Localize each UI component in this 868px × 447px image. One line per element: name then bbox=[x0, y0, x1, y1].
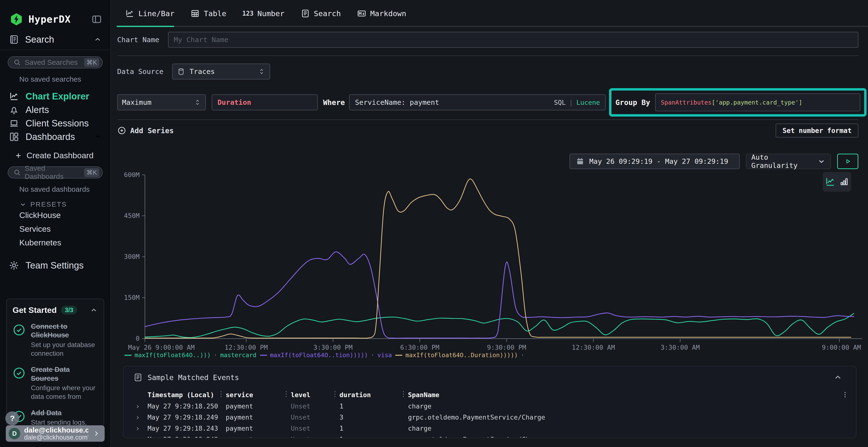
chart-name-field[interactable] bbox=[168, 32, 858, 48]
database-icon bbox=[177, 67, 185, 76]
column-separator[interactable] bbox=[403, 391, 404, 398]
search-icon bbox=[13, 58, 21, 66]
tabs-active-indicator bbox=[117, 26, 174, 27]
column-header-duration[interactable]: duration bbox=[340, 391, 403, 399]
column-header-timestamp[interactable]: Timestamp (Local) bbox=[148, 391, 220, 399]
number-123-icon: 123 bbox=[242, 10, 254, 17]
aggregation-value: Maximum bbox=[122, 98, 151, 106]
lang-divider: | bbox=[569, 99, 573, 106]
collapse-section-icon[interactable] bbox=[833, 373, 842, 382]
metric-field-input[interactable]: Duration bbox=[212, 94, 318, 110]
tab-search[interactable]: Search bbox=[301, 9, 341, 18]
user-email: dale@clickhouse.com bbox=[24, 426, 88, 434]
get-started-item-connect[interactable]: Connect to ClickHouse Set up your databa… bbox=[12, 322, 98, 358]
legend-item-mastercard[interactable]: maxIf(toFloat64O..))) · mastercard bbox=[124, 352, 256, 358]
presets-label: PRESETS bbox=[30, 201, 67, 208]
bar-view-toggle-icon[interactable] bbox=[839, 177, 849, 187]
table-row[interactable]: › May 27 9:29:18.249 AM payment Unset 3 … bbox=[123, 412, 856, 423]
legend-item-unset[interactable]: maxIf(toFloat64O..Duration))))) · bbox=[395, 352, 527, 358]
row-expand-chevron-icon[interactable]: › bbox=[132, 402, 148, 410]
row-expand-chevron-icon[interactable]: › bbox=[132, 413, 148, 421]
chart-name-input[interactable] bbox=[174, 36, 852, 44]
sidebar-item-label: Chart Explorer bbox=[26, 91, 102, 102]
tab-table[interactable]: Table bbox=[190, 9, 226, 18]
preset-kubernetes[interactable]: Kubernetes bbox=[0, 236, 111, 249]
tab-markdown[interactable]: Markdown bbox=[357, 9, 406, 18]
presets-toggle[interactable]: PRESETS bbox=[0, 194, 111, 208]
get-started-item-title: Connect to ClickHouse bbox=[31, 322, 98, 340]
sidebar-item-chart-explorer[interactable]: Chart Explorer bbox=[0, 90, 111, 103]
data-source-select[interactable]: Traces bbox=[172, 64, 270, 79]
main-content: Line/Bar Table 123 Number Search Markdow… bbox=[111, 0, 868, 447]
svg-text:12:30:00 PM: 12:30:00 PM bbox=[225, 344, 268, 351]
journal-icon bbox=[9, 34, 19, 45]
date-range-picker[interactable]: May 26 09:29:19 - May 27 09:29:19 bbox=[569, 153, 740, 169]
create-dashboard-button[interactable]: Create Dashboard bbox=[0, 143, 111, 160]
sidebar-item-team-settings[interactable]: Team Settings bbox=[0, 249, 111, 271]
legend-swatch bbox=[260, 355, 267, 356]
chevron-up-icon bbox=[94, 35, 102, 44]
sample-matched-events-card: Sample Matched Events Timestamp (Local) … bbox=[123, 366, 857, 438]
tab-label: Markdown bbox=[370, 9, 406, 18]
chevron-up-icon bbox=[94, 133, 102, 141]
chevron-right-icon bbox=[92, 429, 100, 438]
chart-legend: maxIf(toFloat64O..))) · mastercard maxIf… bbox=[117, 352, 858, 358]
add-series-button[interactable]: Add Series bbox=[117, 126, 174, 135]
collapse-sidebar-icon[interactable] bbox=[91, 14, 102, 25]
where-input[interactable]: ServiceName: payment SQL | Lucene bbox=[349, 94, 606, 110]
table-options-kebab-icon[interactable] bbox=[841, 391, 856, 399]
preset-clickhouse[interactable]: ClickHouse bbox=[0, 208, 111, 222]
saved-dashboards-placeholder: Saved Dashboards bbox=[25, 164, 81, 181]
timeseries-chart[interactable]: 0150M300M450M600MMay 26 9:00:00 AM12:30:… bbox=[117, 172, 868, 351]
column-header-spanname[interactable]: SpanName bbox=[408, 391, 841, 399]
column-separator[interactable] bbox=[334, 391, 336, 398]
table-row[interactable]: › May 27 9:29:18.243 AM payment Unset 1 … bbox=[123, 423, 856, 434]
chevron-up-icon[interactable] bbox=[90, 306, 98, 314]
sql-mode-toggle[interactable]: SQL bbox=[554, 99, 566, 106]
play-icon bbox=[843, 157, 852, 166]
svg-text:12:30:00 AM: 12:30:00 AM bbox=[572, 344, 615, 351]
search-icon bbox=[13, 168, 21, 176]
help-button[interactable]: ? bbox=[5, 411, 19, 425]
chart-type-tabs: Line/Bar Table 123 Number Search Markdow… bbox=[111, 0, 868, 27]
column-header-level[interactable]: level bbox=[291, 391, 334, 399]
svg-text:3:30:00 PM: 3:30:00 PM bbox=[313, 344, 353, 351]
legend-item-visa[interactable]: maxIf(toFloat64O..tion))))) · visa bbox=[260, 352, 392, 358]
legend-series-name: maxIf(toFloat64O..Duration))))) bbox=[405, 352, 518, 358]
granularity-select[interactable]: Auto Granularity bbox=[746, 153, 831, 169]
svg-text:450M: 450M bbox=[124, 212, 140, 219]
sidebar-item-dashboards[interactable]: Dashboards bbox=[0, 130, 111, 143]
row-expand-chevron-icon[interactable]: › bbox=[132, 435, 148, 438]
lucene-mode-toggle[interactable]: Lucene bbox=[577, 99, 600, 106]
aggregation-select[interactable]: Maximum bbox=[117, 94, 206, 110]
team-settings-label: Team Settings bbox=[26, 260, 84, 271]
row-expand-chevron-icon[interactable]: › bbox=[132, 424, 148, 433]
sidebar-search-label: Search bbox=[25, 34, 88, 45]
column-separator[interactable] bbox=[220, 391, 222, 398]
svg-text:300M: 300M bbox=[124, 253, 140, 260]
group-by-input[interactable]: SpanAttributes['app.payment.card_type'] bbox=[655, 94, 860, 111]
sidebar-item-client-sessions[interactable]: Client Sessions bbox=[0, 116, 111, 130]
tab-label: Search bbox=[314, 9, 341, 18]
cell-level: Unset bbox=[291, 424, 334, 432]
column-header-service[interactable]: service bbox=[226, 391, 285, 399]
legend-separator: · bbox=[214, 352, 217, 358]
column-separator[interactable] bbox=[285, 391, 287, 398]
sidebar-section-search[interactable]: Search bbox=[0, 26, 111, 50]
get-started-item-add-data[interactable]: Add Data Start sending logs, metrics, or… bbox=[12, 409, 98, 427]
line-view-toggle-icon[interactable] bbox=[825, 176, 836, 187]
saved-dashboards-input[interactable]: Saved Dashboards ⌘K bbox=[8, 166, 103, 178]
cell-service: payment bbox=[226, 436, 285, 438]
tab-line-bar[interactable]: Line/Bar bbox=[125, 9, 174, 18]
table-row[interactable]: › May 27 9:29:18.243 AM payment Unset 1 … bbox=[123, 434, 856, 438]
saved-searches-input[interactable]: Saved Searches ⌘K bbox=[8, 56, 103, 68]
table-row[interactable]: › May 27 9:29:18.250 AM payment Unset 1 … bbox=[123, 401, 856, 412]
user-menu[interactable]: D dale@clickhouse.com dale@clickhouse.co… bbox=[6, 425, 105, 442]
preset-services[interactable]: Services bbox=[0, 222, 111, 236]
tab-number[interactable]: 123 Number bbox=[242, 9, 284, 18]
get-started-item-sources[interactable]: Create Data Sources Configure where your… bbox=[12, 365, 98, 401]
run-query-button[interactable] bbox=[837, 153, 858, 169]
set-number-format-button[interactable]: Set number format bbox=[776, 124, 858, 138]
get-started-progress-badge: 3/3 bbox=[61, 306, 77, 314]
sidebar-item-alerts[interactable]: Alerts bbox=[0, 103, 111, 116]
